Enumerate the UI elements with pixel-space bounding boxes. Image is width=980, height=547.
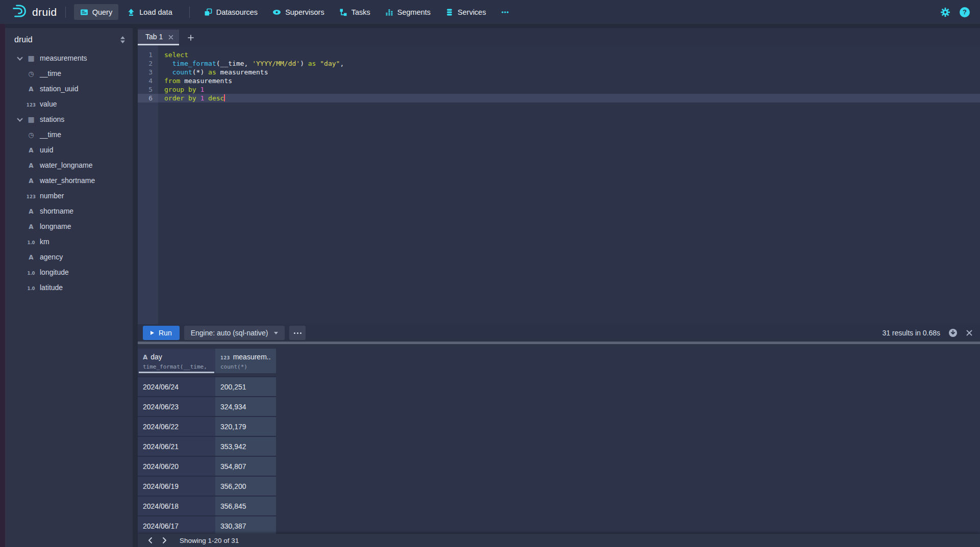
- tree-item-label: agency: [40, 253, 63, 261]
- query-more-button[interactable]: [289, 326, 306, 340]
- tree-item[interactable]: number: [14, 188, 133, 203]
- run-status: 31 results in 0.68s: [882, 328, 973, 337]
- day-cell[interactable]: 2024/06/17: [138, 515, 215, 534]
- column-type-icon: [26, 192, 37, 200]
- results-rows: 2024/06/24 200,251 2024/06/23 324,934 20…: [138, 376, 980, 534]
- left-edge-strip: [0, 24, 5, 547]
- table-row: 2024/06/17 330,387: [138, 515, 980, 534]
- column-header-measurements[interactable]: measurem... count(*): [215, 349, 276, 373]
- column-expression: time_format(__time, …: [143, 363, 210, 370]
- count-cell[interactable]: 353,942: [215, 436, 276, 456]
- tree-item[interactable]: latitude: [14, 280, 133, 295]
- tree-item-label: water_shortname: [40, 176, 95, 185]
- nav-item-tasks[interactable]: Tasks: [333, 4, 376, 20]
- tree-item[interactable]: __time: [14, 66, 133, 81]
- nav-label: Datasources: [216, 8, 258, 16]
- nav-more-button[interactable]: [495, 4, 515, 20]
- column-type-icon: [26, 69, 37, 77]
- next-page-button[interactable]: [157, 535, 171, 546]
- druid-logo-icon: [12, 4, 28, 20]
- day-cell[interactable]: 2024/06/18: [138, 496, 215, 515]
- nav-label: Load data: [139, 8, 172, 16]
- run-button[interactable]: Run: [143, 326, 180, 340]
- nav-item-supervisors[interactable]: Supervisors: [266, 4, 331, 20]
- count-cell[interactable]: 330,387: [215, 515, 276, 534]
- column-type-icon: [26, 283, 37, 292]
- editor-line: 3 count(*) as measurements: [138, 68, 980, 76]
- nav-item-load-data[interactable]: Load data: [121, 4, 179, 20]
- tab-close-icon[interactable]: [168, 34, 173, 40]
- count-cell[interactable]: 324,934: [215, 396, 276, 416]
- tree-item[interactable]: longname: [14, 219, 133, 234]
- tree-item[interactable]: uuid: [14, 142, 133, 158]
- tree-item[interactable]: agency: [14, 249, 133, 265]
- nav-item-segments[interactable]: Segments: [379, 4, 437, 20]
- nav-item-services[interactable]: Services: [439, 4, 492, 20]
- tree-item-label: value: [40, 100, 57, 108]
- tree-item[interactable]: station_uuid: [14, 81, 133, 96]
- column-type-icon: [26, 54, 37, 62]
- chevron-down-icon: [274, 332, 278, 334]
- code-line: time_format(__time, 'YYYY/MM/dd') as "da…: [158, 59, 980, 68]
- showing-range-text: Showing 1-20 of 31: [180, 537, 239, 544]
- table-row: 2024/06/20 354,807: [138, 456, 980, 476]
- day-cell[interactable]: 2024/06/24: [138, 376, 215, 396]
- day-cell[interactable]: 2024/06/20: [138, 456, 215, 476]
- number-type-icon: [220, 353, 230, 361]
- column-header-day[interactable]: day time_format(__time, …: [138, 349, 215, 373]
- count-cell[interactable]: 354,807: [215, 456, 276, 476]
- editor-line: 1 select: [138, 50, 980, 59]
- count-cell[interactable]: 356,200: [215, 476, 276, 496]
- tree-item[interactable]: measurements: [14, 50, 133, 66]
- tree-item[interactable]: longitude: [14, 265, 133, 280]
- tree-item-label: __time: [40, 69, 61, 77]
- druid-logo[interactable]: druid: [12, 4, 57, 20]
- chevron-down-icon[interactable]: [14, 57, 26, 60]
- sql-editor[interactable]: 1 select 2 time_format(__time, 'YYYY/MM/…: [138, 45, 980, 324]
- sort-columns-icon[interactable]: [120, 36, 125, 44]
- database-icon: [445, 8, 454, 16]
- count-cell[interactable]: 356,845: [215, 496, 276, 515]
- column-name: measurem...: [233, 353, 271, 361]
- line-number: 4: [138, 76, 158, 85]
- tree-item[interactable]: water_longname: [14, 158, 133, 173]
- chevron-down-icon[interactable]: [14, 118, 26, 121]
- engine-label: Engine: auto (sql-native): [191, 329, 268, 337]
- code-line: count(*) as measurements: [158, 68, 980, 76]
- tree-item[interactable]: water_shortname: [14, 173, 133, 188]
- day-cell[interactable]: 2024/06/19: [138, 476, 215, 496]
- column-type-icon: [26, 238, 37, 246]
- day-cell[interactable]: 2024/06/23: [138, 396, 215, 416]
- engine-select[interactable]: Engine: auto (sql-native): [184, 326, 285, 340]
- day-cell[interactable]: 2024/06/22: [138, 416, 215, 436]
- count-cell[interactable]: 320,179: [215, 416, 276, 436]
- download-icon[interactable]: [948, 328, 958, 337]
- day-cell[interactable]: 2024/06/21: [138, 436, 215, 456]
- count-cell[interactable]: 200,251: [215, 376, 276, 396]
- code-line: select: [158, 50, 980, 59]
- tree-item[interactable]: __time: [14, 127, 133, 142]
- tree-item[interactable]: shortname: [14, 203, 133, 219]
- schema-name: druid: [14, 35, 33, 44]
- schema-tree: measurements __time station_uuid: [14, 50, 133, 295]
- tree-item-label: km: [40, 238, 49, 246]
- column-type-icon: [26, 176, 37, 185]
- new-tab-button[interactable]: [182, 30, 199, 45]
- column-type-icon: [26, 161, 37, 169]
- editor-line: 6 order by 1 desc: [138, 94, 980, 102]
- prev-page-button[interactable]: [143, 535, 157, 546]
- tree-item-label: __time: [40, 131, 61, 139]
- tab-1[interactable]: Tab 1: [138, 30, 179, 45]
- tree-item-label: stations: [40, 115, 64, 123]
- app-body: druid measurements __time: [0, 24, 980, 547]
- gear-icon[interactable]: [940, 7, 950, 17]
- tree-item[interactable]: stations: [14, 112, 133, 127]
- close-results-icon[interactable]: [966, 329, 973, 336]
- nav-item-query[interactable]: Query: [74, 4, 119, 20]
- tree-item[interactable]: km: [14, 234, 133, 249]
- tree-item[interactable]: value: [14, 96, 133, 112]
- table-row: 2024/06/23 324,934: [138, 396, 980, 416]
- nav-item-datasources[interactable]: Datasources: [198, 4, 264, 20]
- help-icon[interactable]: [960, 7, 970, 17]
- result-count-text: 31 results in 0.68s: [882, 329, 940, 337]
